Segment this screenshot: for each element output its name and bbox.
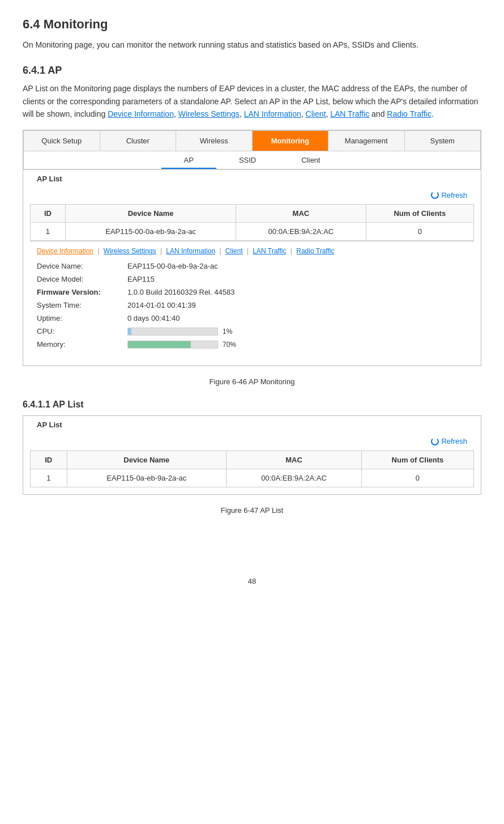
memory-label: Memory:	[37, 340, 127, 349]
tab-client[interactable]: Client	[279, 151, 343, 169]
refresh-button1[interactable]: Refresh	[431, 191, 467, 199]
refresh-button2[interactable]: Refresh	[431, 437, 467, 445]
memory-progress-container: 70%	[127, 341, 467, 349]
cell-id1: 1	[31, 223, 66, 241]
device-name-label: Device Name:	[37, 262, 127, 270]
col-mac1: MAC	[236, 205, 366, 223]
firmware-version-label: Firmware Version:	[37, 288, 127, 296]
cell-num-clients1: 0	[366, 223, 473, 241]
detail-link-device-info[interactable]: Device Information	[37, 247, 93, 255]
firmware-version-value: 1.0.0 Build 20160329 Rel. 44583	[127, 288, 467, 296]
system-time-value: 2014-01-01 00:41:39	[127, 301, 467, 309]
nav-monitoring[interactable]: Monitoring	[253, 131, 329, 151]
refresh-label2: Refresh	[441, 437, 467, 445]
detail-link-radio-traffic[interactable]: Radio Traffic	[296, 247, 334, 255]
detail-link-lan-info[interactable]: LAN Information	[166, 247, 215, 255]
refresh-row2: Refresh	[30, 434, 474, 451]
table-row[interactable]: 1 EAP115-0a-eb-9a-2a-ac 00:0A:EB:9A:2A:A…	[31, 469, 474, 487]
link-radio-traffic[interactable]: Radio Traffic	[387, 109, 431, 118]
ap-list-header2: AP List	[30, 416, 474, 434]
cpu-row: CPU: 1%	[37, 327, 467, 335]
figure1-caption: Figure 6-46 AP Monitoring	[23, 377, 481, 386]
figure1-panel: Quick Setup Cluster Wireless Monitoring …	[23, 130, 481, 367]
tab-bar: AP SSID Client	[23, 151, 481, 169]
sep3: |	[219, 247, 223, 255]
cpu-progress-bar	[127, 328, 218, 335]
subsection-title: 6.4.1 AP	[23, 65, 481, 77]
page-number: 48	[23, 577, 481, 585]
nav-management[interactable]: Management	[328, 131, 405, 151]
subsubsection-title: 6.4.1.1 AP List	[23, 400, 481, 410]
ap-list-header1: AP List	[30, 170, 474, 188]
memory-progress-fill	[128, 341, 191, 348]
refresh-icon1	[431, 191, 439, 199]
nav-bar: Quick Setup Cluster Wireless Monitoring …	[23, 130, 481, 151]
memory-progress-bar	[127, 341, 218, 349]
cell-num-clients2: 0	[361, 469, 473, 487]
refresh-row1: Refresh	[30, 188, 474, 205]
nav-cluster[interactable]: Cluster	[100, 131, 177, 151]
device-name-row: Device Name: EAP115-00-0a-eb-9a-2a-ac	[37, 262, 467, 270]
refresh-icon2	[431, 438, 439, 445]
system-time-label: System Time:	[37, 301, 127, 309]
section-title: 6.4 Monitoring	[23, 17, 481, 32]
nav-quick-setup[interactable]: Quick Setup	[24, 131, 100, 151]
link-lan-information[interactable]: LAN Information	[244, 109, 301, 118]
device-model-value: EAP115	[127, 275, 467, 283]
cell-mac2: 00:0A:EB:9A:2A:AC	[227, 469, 362, 487]
refresh-label1: Refresh	[441, 191, 467, 199]
tab-ssid[interactable]: SSID	[216, 151, 279, 169]
col-id2: ID	[31, 451, 67, 469]
firmware-version-row: Firmware Version: 1.0.0 Build 20160329 R…	[37, 288, 467, 296]
sep5: |	[291, 247, 294, 255]
uptime-value: 0 days 00:41:40	[127, 314, 467, 322]
tab-ap[interactable]: AP	[161, 151, 216, 169]
ap-table2: ID Device Name MAC Num of Clients 1 EAP1…	[30, 451, 474, 487]
memory-row: Memory: 70%	[37, 340, 467, 349]
sep2: |	[160, 247, 164, 255]
device-name-value: EAP115-00-0a-eb-9a-2a-ac	[127, 262, 467, 270]
col-device-name2: Device Name	[67, 451, 227, 469]
cell-id2: 1	[31, 469, 67, 487]
cpu-progress-container: 1%	[127, 328, 467, 335]
detail-links: Device Information | Wireless Settings |…	[37, 247, 467, 255]
cpu-percent-text: 1%	[223, 328, 232, 335]
subsection-description: AP List on the Monitoring page displays …	[23, 82, 481, 120]
device-model-label: Device Model:	[37, 275, 127, 283]
col-mac2: MAC	[227, 451, 362, 469]
sep4: |	[247, 247, 250, 255]
link-lan-traffic[interactable]: LAN Traffic	[330, 109, 369, 118]
link-wireless-settings[interactable]: Wireless Settings	[178, 109, 240, 118]
detail-link-lan-traffic[interactable]: LAN Traffic	[253, 247, 286, 255]
sep1: |	[97, 247, 101, 255]
uptime-row: Uptime: 0 days 00:41:40	[37, 314, 467, 322]
figure2-panel: AP List Refresh ID Device Name MAC Num o…	[23, 415, 481, 495]
col-num-clients1: Num of Clients	[366, 205, 473, 223]
cpu-label: CPU:	[37, 327, 127, 335]
detail-link-client[interactable]: Client	[225, 247, 243, 255]
col-num-clients2: Num of Clients	[361, 451, 473, 469]
cpu-progress-fill	[128, 328, 131, 335]
device-model-row: Device Model: EAP115	[37, 275, 467, 283]
memory-percent-text: 70%	[223, 341, 236, 349]
link-client[interactable]: Client	[306, 109, 326, 118]
col-device-name1: Device Name	[65, 205, 236, 223]
figure2-caption: Figure 6-47 AP List	[23, 506, 481, 515]
uptime-label: Uptime:	[37, 314, 127, 322]
link-device-information[interactable]: Device Information	[108, 109, 174, 118]
detail-section: Device Information | Wireless Settings |…	[30, 241, 474, 359]
section-description: On Monitoring page, you can monitor the …	[23, 39, 481, 51]
cell-mac1: 00:0A:EB:9A:2A:AC	[236, 223, 366, 241]
detail-link-wireless[interactable]: Wireless Settings	[104, 247, 156, 255]
nav-system[interactable]: System	[405, 131, 481, 151]
cell-device-name1: EAP115-00-0a-eb-9a-2a-ac	[65, 223, 236, 241]
system-time-row: System Time: 2014-01-01 00:41:39	[37, 301, 467, 309]
nav-wireless[interactable]: Wireless	[176, 131, 253, 151]
col-id1: ID	[31, 205, 66, 223]
cell-device-name2: EAP115-0a-eb-9a-2a-ac	[67, 469, 227, 487]
table-row[interactable]: 1 EAP115-00-0a-eb-9a-2a-ac 00:0A:EB:9A:2…	[31, 223, 474, 241]
ap-table1: ID Device Name MAC Num of Clients 1 EAP1…	[30, 204, 474, 241]
